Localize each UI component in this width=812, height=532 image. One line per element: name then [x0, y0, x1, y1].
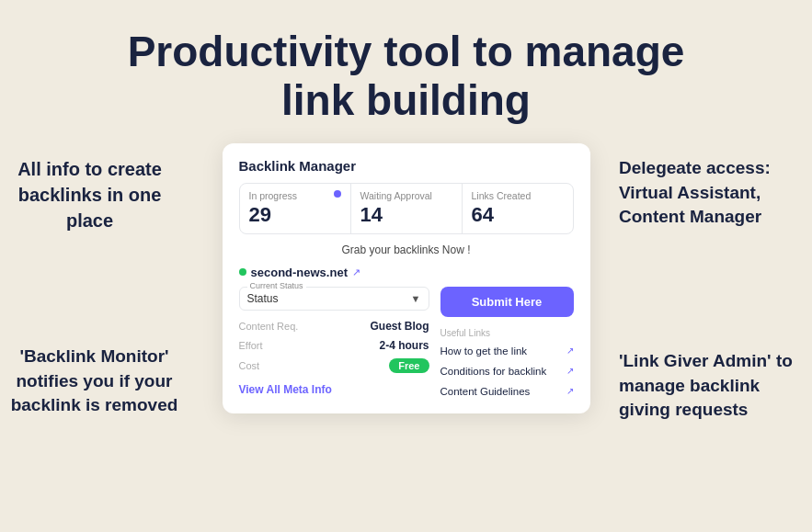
site-name: second-news.net — [251, 266, 348, 279]
stat-waiting-label: Waiting Approval — [360, 190, 452, 201]
left-form: Current Status Status ▼ Content Req. Gue… — [239, 287, 429, 401]
view-all-meta-link[interactable]: View All Meta Info — [239, 383, 332, 396]
status-select-value: Status — [247, 292, 279, 305]
site-row: second-news.net ↗ — [239, 266, 574, 279]
chevron-down-icon: ▼ — [411, 293, 421, 304]
left-bottom-text: 'Backlink Monitor' notifies you if your … — [0, 345, 189, 418]
status-select[interactable]: Current Status Status ▼ — [239, 287, 429, 311]
stat-links-created: Links Created 64 — [463, 184, 573, 233]
form-key-content: Content Req. — [239, 321, 299, 332]
page-container: Productivity tool to manage link buildin… — [0, 0, 812, 532]
useful-links-label: Useful Links — [440, 328, 574, 338]
form-value-effort: 2-4 hours — [379, 339, 429, 352]
form-row-content: Content Req. Guest Blog — [239, 320, 429, 333]
useful-link-text-0[interactable]: How to get the link — [440, 345, 528, 357]
form-value-content: Guest Blog — [370, 320, 429, 333]
stat-in-progress-value: 29 — [249, 203, 341, 227]
stat-links-value: 64 — [472, 203, 564, 227]
link-external-icon-1[interactable]: ↗ — [566, 366, 574, 376]
useful-link-item-2: Content Guidelines ↗ — [440, 386, 574, 397]
right-panel: Submit Here Useful Links How to get the … — [440, 287, 574, 401]
useful-link-item-1: Conditions for backlink ↗ — [440, 366, 574, 377]
useful-link-text-1[interactable]: Conditions for backlink — [440, 366, 547, 377]
status-field-label: Current Status — [247, 281, 306, 290]
form-key-cost: Cost — [239, 360, 260, 371]
stats-row: In progress 29 Waiting Approval 14 Links… — [239, 183, 574, 234]
submit-button[interactable]: Submit Here — [440, 287, 574, 317]
useful-link-text-2[interactable]: Content Guidelines — [440, 386, 531, 397]
site-status-dot — [239, 268, 246, 276]
stat-links-label: Links Created — [472, 190, 564, 201]
cost-badge: Free — [389, 358, 429, 373]
useful-link-item-0: How to get the link ↗ — [440, 345, 574, 357]
backlink-manager-card: Backlink Manager In progress 29 Waiting … — [223, 143, 590, 413]
link-external-icon-0[interactable]: ↗ — [566, 345, 574, 356]
grab-text: Grab your backlinks Now ! — [239, 243, 574, 256]
main-content-row: Current Status Status ▼ Content Req. Gue… — [239, 287, 574, 401]
link-external-icon-2[interactable]: ↗ — [566, 386, 574, 396]
site-external-link-icon[interactable]: ↗ — [352, 266, 360, 278]
stat-waiting-value: 14 — [360, 203, 452, 227]
progress-dot — [334, 190, 341, 198]
stat-waiting-approval: Waiting Approval 14 — [351, 184, 463, 233]
form-row-cost: Cost Free — [239, 358, 429, 373]
card-title: Backlink Manager — [239, 158, 574, 174]
stat-in-progress-label: In progress — [249, 190, 341, 201]
right-bottom-text: 'Link Giver Admin' to manage backlink gi… — [619, 349, 812, 423]
stat-in-progress: In progress 29 — [240, 184, 351, 233]
right-top-text: Delegeate access: Virtual Assistant, Con… — [619, 156, 812, 230]
form-row-effort: Effort 2-4 hours — [239, 339, 429, 352]
form-key-effort: Effort — [239, 340, 263, 351]
left-top-text: All info to create backlinks in one plac… — [0, 156, 179, 233]
headline: Productivity tool to manage link buildin… — [128, 28, 685, 125]
